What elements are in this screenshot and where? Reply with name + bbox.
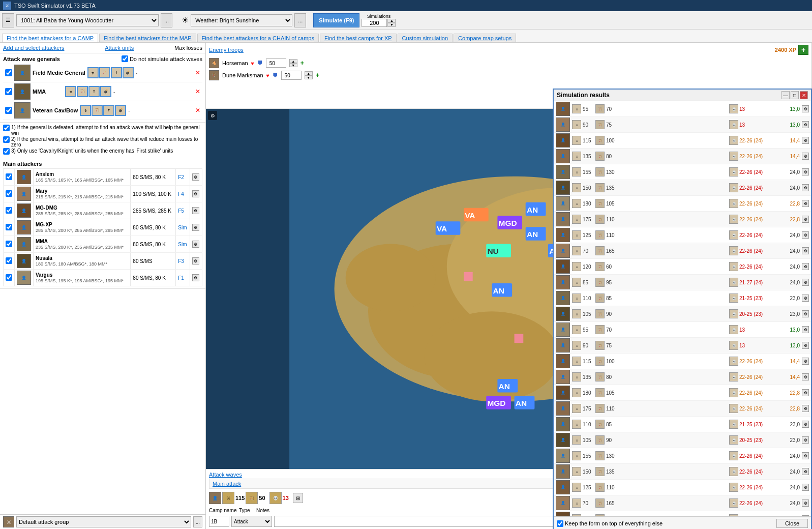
adventure-select[interactable]: 1001: Ali Baba the Young Woodcutter [16,14,159,26]
mary-checkbox[interactable] [6,190,12,197]
horseman-hp-input[interactable] [266,58,286,68]
sim-gear-btn[interactable]: ⚙ [802,295,809,302]
sim-gear-btn[interactable]: ⚙ [802,342,809,349]
nusala-checkbox[interactable] [6,257,12,264]
delete-general-mma[interactable]: ✕ [195,88,200,95]
adventure-more-button[interactable]: ... [161,13,172,27]
menu-button[interactable]: ☰ [2,13,14,27]
anslem-gear[interactable]: ⚙ [192,173,199,181]
map-gear-button[interactable]: ⚙ [208,111,217,120]
tab-camp-attackers[interactable]: Find the best attackers for a CAMP [2,34,98,42]
general-checkbox-mma[interactable] [5,88,12,95]
condition-1-checkbox[interactable] [3,125,10,131]
attack-units-link[interactable]: Attack units [105,45,134,51]
sim-gear-btn[interactable]: ⚙ [802,405,809,412]
sim-gear-btn[interactable]: ⚙ [802,247,809,254]
anslem-checkbox[interactable] [6,173,12,180]
sim-gear-btn[interactable]: ⚙ [802,121,809,128]
sim-gear-btn[interactable]: ⚙ [802,499,809,507]
horseman-hp-down[interactable]: ▼ [289,63,297,67]
unit-cross[interactable]: ✝ [111,67,122,78]
mgxp-checkbox[interactable] [6,224,12,230]
minimize-button[interactable]: — [781,91,790,99]
tab-best-camps-xp[interactable]: Find the best camps for XP [320,34,397,42]
camp-name-input[interactable] [209,516,229,527]
unit-bow[interactable]: 🏹 [99,67,110,78]
simulate-button[interactable]: Simulate (F9) [313,13,359,27]
unit-cross-2[interactable]: ✝ [88,86,100,97]
attack-group-more[interactable]: ... [193,516,202,527]
horseman-add-btn[interactable]: + [300,60,304,67]
dune-add-btn[interactable]: + [316,72,319,79]
tab-compare-setups[interactable]: Compare map setups [454,34,516,42]
keep-on-top-checkbox[interactable] [557,520,563,527]
sim-gear-btn[interactable]: ⚙ [802,310,809,317]
dune-hp-input[interactable] [281,71,302,80]
unit-sword[interactable]: 🗡 [87,67,99,78]
dune-hp-up[interactable]: ▲ [305,71,313,75]
unit-cannon-3[interactable]: 💣 [115,105,126,116]
mgdmg-checkbox[interactable] [6,207,12,214]
sim-gear-btn[interactable]: ⚙ [802,184,809,191]
sim-gear-btn[interactable]: ⚙ [802,263,809,270]
sim-gear-btn[interactable]: ⚙ [802,421,809,428]
add-select-attackers-link[interactable]: Add and select attackers [3,45,64,51]
attack-edit-btn[interactable]: ⊞ [293,493,303,503]
close-button[interactable]: ✕ [800,91,808,99]
condition-3-checkbox[interactable] [3,148,10,155]
sim-gear-btn[interactable]: ⚙ [802,373,809,380]
mary-gear[interactable]: ⚙ [192,190,199,197]
general-checkbox-field-medic[interactable] [5,69,12,76]
simulations-down-button[interactable]: ▼ [387,23,396,27]
horseman-hp-up[interactable]: ▲ [289,59,297,63]
sim-gear-btn[interactable]: ⚙ [802,137,809,144]
close-results-button[interactable]: Close [776,519,808,528]
sim-gear-btn[interactable]: ⚙ [802,168,809,175]
camp-type-select[interactable]: Attack [231,516,272,527]
add-enemy-button[interactable]: + [798,45,808,55]
tab-custom-simulation[interactable]: Custom simulation [398,34,453,42]
sim-gear-btn[interactable]: ⚙ [802,452,809,459]
simulations-up-button[interactable]: ▲ [387,19,396,23]
tab-map-attackers[interactable]: Find the best attackers for the MAP [99,34,196,42]
condition-2-checkbox[interactable] [3,136,10,143]
mma2-checkbox[interactable] [6,241,12,247]
mma2-gear[interactable]: ⚙ [192,241,199,248]
sim-gear-btn[interactable]: ⚙ [802,153,809,160]
sim-gear-btn[interactable]: ⚙ [802,231,809,239]
attack-group-select[interactable]: Default attack group [16,516,191,527]
sim-gear-btn[interactable]: ⚙ [802,468,809,475]
unit-cross-3[interactable]: ✝ [103,105,114,116]
delete-general-field-medic[interactable]: ✕ [195,69,200,76]
general-checkbox-veteran[interactable] [5,107,12,114]
simulations-input[interactable] [362,19,387,27]
tab-chain-attackers[interactable]: Find the best attackers for a CHAIN of c… [197,34,319,42]
enemy-troops-link[interactable]: Enemy troops [209,47,244,53]
weather-select[interactable]: Weather: Bright Sunshine [191,14,292,26]
mgdmg-gear[interactable]: ⚙ [192,207,199,214]
unit-sword-2[interactable]: 🗡 [65,86,76,97]
sim-gear-btn[interactable]: ⚙ [802,216,809,223]
sim-gear-btn[interactable]: ⚙ [802,436,809,444]
mgxp-gear[interactable]: ⚙ [192,224,199,231]
dune-hp-down[interactable]: ▼ [305,75,313,79]
delete-general-veteran[interactable]: ✕ [195,107,200,114]
unit-bow-3[interactable]: 🏹 [92,105,103,116]
unit-bow-2[interactable]: 🏹 [77,86,88,97]
sim-gear-btn[interactable]: ⚙ [802,389,809,396]
restore-button[interactable]: □ [791,91,799,99]
unit-cannon-2[interactable]: 💣 [100,86,111,97]
vargus-gear[interactable]: ⚙ [192,274,199,281]
weather-more-button[interactable]: ... [294,13,306,27]
sim-gear-btn[interactable]: ⚙ [802,279,809,286]
main-attack-link[interactable]: Main attack [213,481,241,487]
attack-waves-link[interactable]: Attack waves [209,472,242,478]
nusala-gear[interactable]: ⚙ [192,257,199,264]
unit-cannon[interactable]: 💣 [123,67,134,78]
sim-gear-btn[interactable]: ⚙ [802,358,809,365]
sim-gear-btn[interactable]: ⚙ [802,200,809,207]
vargus-checkbox[interactable] [6,274,12,281]
sim-gear-btn[interactable]: ⚙ [802,326,809,333]
unit-sword-3[interactable]: 🗡 [80,105,91,116]
do-not-simulate-checkbox[interactable] [122,55,128,62]
